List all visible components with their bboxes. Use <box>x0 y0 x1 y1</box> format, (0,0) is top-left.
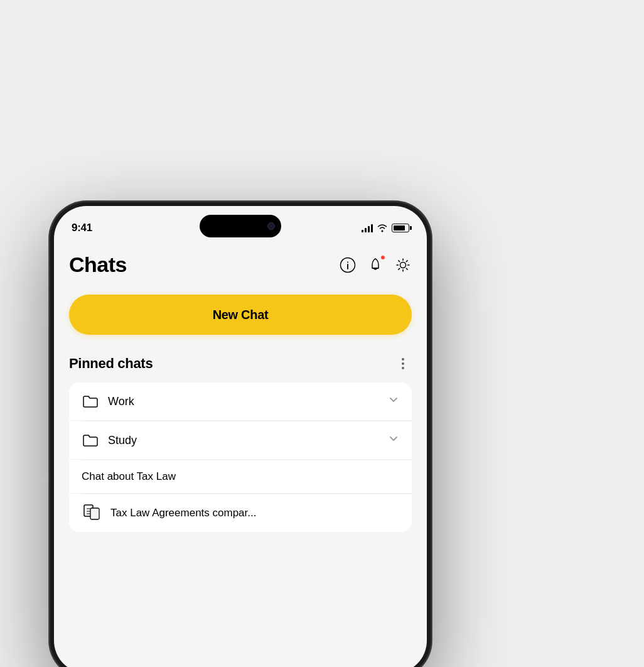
pinned-chats-title: Pinned chats <box>69 355 153 372</box>
status-icons <box>362 224 409 232</box>
pinned-chats-section-header: Pinned chats <box>69 355 412 372</box>
chat-item-tax-agreements-title: Tax Law Agreements compar... <box>110 507 256 519</box>
folder-work-chevron <box>388 394 399 409</box>
folder-work-label: Work <box>108 395 134 408</box>
new-chat-label: New Chat <box>213 308 269 322</box>
phone-screen: 9:41 <box>54 206 427 667</box>
pinned-chats-list: Work <box>69 382 412 532</box>
front-camera <box>267 222 275 230</box>
new-chat-button[interactable]: New Chat <box>69 295 412 335</box>
header: Chats <box>69 250 412 277</box>
dot2 <box>402 362 404 365</box>
dot3 <box>402 367 404 369</box>
doc-compare-icon <box>82 503 102 523</box>
notifications-button[interactable] <box>367 256 384 274</box>
screen-content: Chats <box>54 244 427 667</box>
svg-line-8 <box>406 268 407 269</box>
status-time: 9:41 <box>72 222 92 234</box>
page-title: Chats <box>69 252 127 277</box>
chat-item-tax-agreements[interactable]: Tax Law Agreements compar... <box>69 494 412 532</box>
sun-icon <box>395 257 411 273</box>
battery-icon <box>392 224 409 232</box>
svg-line-7 <box>399 260 400 261</box>
signal-bars-icon <box>362 224 373 232</box>
folder-study-label: Study <box>108 434 137 447</box>
battery-fill <box>394 225 405 230</box>
header-actions <box>339 256 412 274</box>
info-button[interactable] <box>339 256 357 274</box>
bar2 <box>365 228 367 232</box>
svg-line-9 <box>406 260 407 261</box>
bar4 <box>371 224 373 232</box>
dynamic-island <box>200 215 281 237</box>
folder-item-study[interactable]: Study <box>69 421 412 460</box>
svg-point-2 <box>400 262 406 268</box>
bar1 <box>362 230 363 232</box>
phone-frame: 9:41 <box>49 201 432 667</box>
folder-item-work[interactable]: Work <box>69 382 412 421</box>
notification-badge <box>380 255 385 260</box>
folder-study-icon <box>82 431 99 449</box>
pinned-chats-more-button[interactable] <box>394 355 412 372</box>
chat-item-tax-law[interactable]: Chat about Tax Law <box>69 460 412 494</box>
folder-study-chevron <box>388 433 399 448</box>
bar3 <box>368 226 370 232</box>
chat-item-tax-law-title: Chat about Tax Law <box>82 470 176 482</box>
brightness-button[interactable] <box>394 256 412 274</box>
folder-work-icon <box>82 393 99 410</box>
wifi-icon <box>377 224 388 232</box>
svg-point-1 <box>347 261 348 263</box>
info-circle-icon <box>340 257 356 273</box>
svg-line-10 <box>399 268 400 269</box>
dot1 <box>402 358 404 361</box>
svg-rect-12 <box>90 508 99 519</box>
